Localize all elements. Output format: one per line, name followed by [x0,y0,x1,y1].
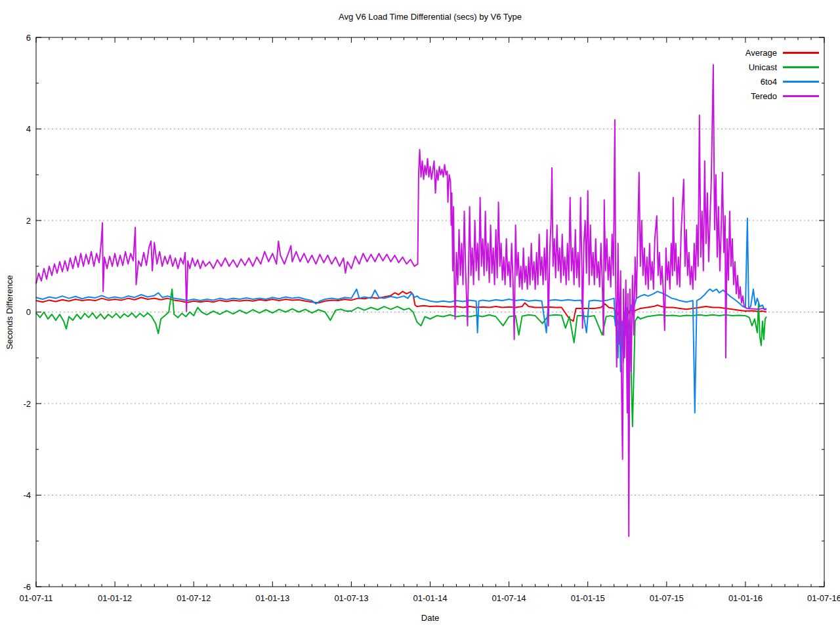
svg-text:01-01-14: 01-01-14 [413,593,447,603]
svg-text:-6: -6 [23,582,31,592]
plot-area: -6-4-2024601-07-1101-01-1201-07-1201-01-… [0,0,840,630]
svg-text:01-07-16: 01-07-16 [807,593,840,603]
svg-text:0: 0 [26,307,31,317]
svg-text:01-07-14: 01-07-14 [492,593,526,603]
svg-text:01-07-13: 01-07-13 [334,593,368,603]
legend-label-6to4: 6to4 [761,77,777,87]
legend-item-average: Average [746,45,819,60]
svg-text:-4: -4 [23,490,31,500]
legend-swatch-unicast [783,66,819,68]
chart: Avg V6 Load Time Differential (secs) by … [0,0,840,630]
svg-text:01-01-12: 01-01-12 [98,593,132,603]
svg-text:-2: -2 [23,399,31,409]
legend-label-unicast: Unicast [749,62,777,72]
legend-item-unicast: Unicast [746,60,819,74]
legend-item-6to4: 6to4 [746,74,819,89]
legend-swatch-teredo [783,95,819,97]
svg-text:01-01-13: 01-01-13 [255,593,289,603]
legend-item-teredo: Teredo [746,89,819,103]
legend-swatch-6to4 [783,81,819,83]
svg-text:01-07-15: 01-07-15 [650,593,684,603]
svg-text:4: 4 [26,124,31,134]
y-axis-label: Seconds Difference [5,275,14,349]
svg-text:01-07-12: 01-07-12 [177,593,211,603]
legend-swatch-average [783,52,819,54]
svg-text:01-07-11: 01-07-11 [19,593,52,603]
legend-label-teredo: Teredo [751,91,777,101]
svg-text:6: 6 [26,33,31,43]
svg-text:01-01-15: 01-01-15 [571,593,605,603]
svg-text:01-01-16: 01-01-16 [728,593,763,603]
x-axis-label: Date [36,613,824,623]
legend-label-average: Average [746,48,777,58]
legend: Average Unicast 6to4 Teredo [746,45,819,103]
svg-text:2: 2 [26,216,31,226]
